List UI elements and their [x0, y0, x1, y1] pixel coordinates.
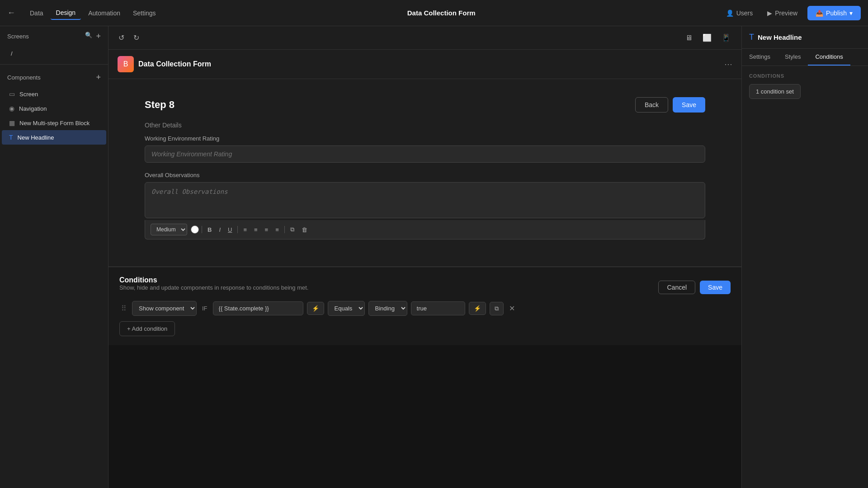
delete-condition-button[interactable]: ✕	[507, 302, 517, 314]
components-section-header: Components +	[0, 68, 108, 87]
sidebar-item-headline[interactable]: T New Headline	[2, 130, 106, 145]
screens-label: Screens	[7, 33, 29, 40]
screens-section-header: Screens 🔍 +	[0, 26, 108, 47]
tab-styles[interactable]: Styles	[778, 49, 808, 66]
tab-settings[interactable]: Settings	[742, 49, 778, 66]
mobile-view-button[interactable]: 📱	[718, 31, 734, 45]
sidebar-item-navigation[interactable]: ◉ Navigation	[2, 101, 106, 116]
users-button[interactable]: 👤 Users	[722, 7, 758, 19]
align-justify-button[interactable]: ≡	[273, 225, 282, 235]
section-label: Other Details	[145, 122, 705, 129]
main-layout: Screens 🔍 + / Components + ▭ Screen ◉ Na…	[0, 26, 868, 488]
publish-icon: 📤	[816, 9, 823, 17]
text-formatting-toolbar: Medium B I U ≡ ≡ ≡ ≡	[145, 220, 705, 239]
overall-obs-textarea[interactable]	[145, 182, 705, 218]
publish-button[interactable]: 📤 Publish ▾	[807, 6, 861, 20]
overall-obs-field: Overall Observations Medium B I U	[145, 172, 705, 239]
conditions-header: Conditions Show, hide and update compone…	[119, 276, 731, 298]
overall-obs-label: Overall Observations	[145, 172, 705, 178]
align-center-button[interactable]: ≡	[251, 225, 260, 235]
multistep-component-icon: ▦	[9, 119, 15, 127]
form-title-text: Data Collection Form	[138, 60, 211, 68]
underline-button[interactable]: U	[225, 225, 235, 235]
sidebar-item-screen-label: Screen	[19, 91, 38, 98]
sidebar-item-navigation-label: Navigation	[19, 105, 47, 112]
undo-button[interactable]: ↺	[116, 31, 127, 45]
nav-design[interactable]: Design	[51, 6, 81, 20]
screen-component-icon: ▭	[9, 90, 15, 98]
canvas-scroll: B Data Collection Form ⋯ Step 8 Back Sav…	[108, 50, 741, 488]
tablet-view-button[interactable]: ⬜	[699, 31, 715, 45]
value-lightning-button[interactable]: ⚡	[469, 302, 486, 315]
tab-conditions[interactable]: Conditions	[808, 49, 850, 66]
align-right-button[interactable]: ≡	[262, 225, 271, 235]
desktop-view-button[interactable]: 🖥	[682, 31, 696, 45]
sidebar-item-multistep-label: New Multi-step Form Block	[19, 120, 90, 127]
align-left-button[interactable]: ≡	[241, 225, 250, 235]
binding-input[interactable]	[213, 301, 303, 315]
redo-button[interactable]: ↻	[131, 31, 142, 45]
panel-content: CONDITIONS 1 condition set	[742, 66, 868, 488]
canvas-toolbar: ↺ ↻ 🖥 ⬜ 📱	[108, 26, 741, 50]
delete-format-button[interactable]: 🗑	[299, 225, 310, 235]
sidebar-item-headline-label: New Headline	[18, 134, 54, 141]
toolbar-separator-3	[284, 226, 285, 233]
users-icon: 👤	[726, 9, 734, 17]
text-size-select[interactable]: Medium	[151, 224, 187, 235]
conditions-panel: Conditions Show, hide and update compone…	[108, 267, 741, 345]
form-more-button[interactable]: ⋯	[724, 59, 732, 69]
nav-data[interactable]: Data	[24, 7, 49, 19]
canvas-area: ↺ ↻ 🖥 ⬜ 📱 B Data Collection Form ⋯	[108, 26, 741, 488]
bold-button[interactable]: B	[205, 225, 214, 235]
italic-button[interactable]: I	[216, 225, 223, 235]
save-step-button[interactable]: Save	[673, 97, 705, 113]
condition-row: ⠿ Show component IF ⚡ Equals Binding ⚡	[119, 301, 731, 316]
left-sidebar: Screens 🔍 + / Components + ▭ Screen ◉ Na…	[0, 26, 108, 488]
add-component-icon[interactable]: +	[96, 73, 101, 82]
preview-icon: ▶	[767, 9, 772, 17]
working-env-label: Working Environment Rating	[145, 135, 705, 142]
step-title: Step 8	[145, 99, 175, 111]
add-condition-button[interactable]: + Add condition	[119, 321, 175, 336]
conditions-save-button[interactable]: Save	[700, 281, 731, 294]
form-brand: B Data Collection Form	[118, 56, 211, 72]
sidebar-item-screen[interactable]: ▭ Screen	[2, 87, 106, 101]
color-swatch[interactable]	[191, 225, 199, 234]
toolbar-separator-2	[237, 226, 238, 233]
right-panel-header: T New Headline	[742, 26, 868, 49]
copy-format-button[interactable]: ⧉	[288, 224, 297, 235]
panel-title: New Headline	[758, 33, 802, 41]
conditions-title: Conditions	[119, 276, 308, 284]
operator-select[interactable]: Equals	[328, 301, 365, 316]
sidebar-divider	[0, 64, 108, 65]
conditions-cancel-button[interactable]: Cancel	[658, 281, 695, 294]
condition-set-badge[interactable]: 1 condition set	[749, 84, 801, 99]
drag-handle[interactable]: ⠿	[119, 302, 128, 314]
copy-condition-button[interactable]: ⧉	[490, 302, 504, 315]
binding-lightning-button[interactable]: ⚡	[307, 302, 324, 315]
add-screen-icon[interactable]: +	[96, 32, 101, 41]
navigation-component-icon: ◉	[9, 105, 14, 112]
form-header: B Data Collection Form ⋯	[108, 50, 741, 79]
back-button[interactable]: ←	[7, 8, 15, 18]
right-panel: T New Headline Settings Styles Condition…	[741, 26, 868, 488]
page-title: Data Collection Form	[161, 9, 722, 17]
nav-settings[interactable]: Settings	[127, 7, 161, 19]
type-select[interactable]: Binding	[368, 301, 407, 316]
nav-automation[interactable]: Automation	[83, 7, 126, 19]
components-label: Components	[7, 74, 41, 81]
conditions-description: Show, hide and update components in resp…	[119, 284, 308, 291]
screen-item-root[interactable]: /	[0, 47, 108, 61]
panel-title-icon: T	[749, 33, 754, 42]
headline-component-icon: T	[9, 134, 13, 141]
action-select[interactable]: Show component	[132, 301, 197, 316]
working-env-field: Working Environment Rating	[145, 135, 705, 163]
step-header: Step 8 Back Save	[145, 97, 705, 113]
nav-links: Data Design Automation Settings	[24, 6, 161, 20]
sidebar-item-multistep[interactable]: ▦ New Multi-step Form Block	[2, 116, 106, 130]
true-value-input[interactable]	[411, 301, 465, 315]
back-step-button[interactable]: Back	[635, 97, 668, 113]
search-icon[interactable]: 🔍	[85, 32, 92, 41]
preview-button[interactable]: ▶ Preview	[763, 7, 802, 19]
working-env-input[interactable]	[145, 145, 705, 163]
